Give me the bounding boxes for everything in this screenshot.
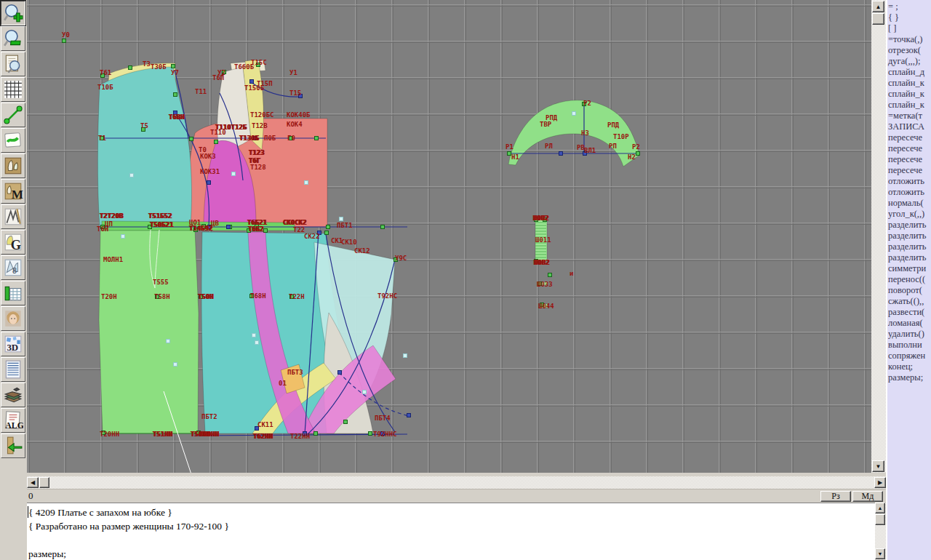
pattern-label: КОК31 [200,169,220,175]
pattern-label: КОК3 [200,153,216,160]
vscroll-thumb[interactable] [872,13,884,25]
command-item[interactable]: пересече [887,154,931,165]
command-item[interactable]: пересече [887,143,931,154]
point-marker [324,231,329,235]
command-item[interactable]: [ ] [887,23,931,34]
rz-button[interactable]: Рз [820,491,851,502]
command-item[interactable]: =метка(т [887,111,931,121]
point-marker [189,137,193,141]
console-line[interactable] [28,533,229,547]
console-vscrollbar[interactable]: ▲ ▼ [875,503,886,560]
command-item[interactable]: отложить [887,187,931,198]
pattern-label: Т30Б [151,64,167,71]
spec-list-icon[interactable] [1,357,25,382]
console-scroll-down-icon[interactable]: ▼ [875,548,885,559]
toolbar: M G 8 3D ALG [0,0,28,471]
layout-8-icon[interactable]: 8 [1,255,25,280]
command-item[interactable]: поворот( [887,285,931,296]
segment-icon[interactable] [1,103,25,127]
console-vscroll-thumb[interactable] [875,514,885,525]
command-item[interactable]: пересече [887,132,931,143]
3d-view-icon[interactable]: 3D [1,332,25,356]
grid-icon[interactable] [1,77,25,102]
construct-tools-icon[interactable] [1,204,25,229]
pattern-label: Ш044 [538,303,554,310]
console-line[interactable]: { 4209 Платье с запахом на юбке } [28,505,229,519]
handle-marker [304,180,308,185]
command-item[interactable]: дуга(,,,); [887,56,931,67]
command-item[interactable]: развести( [887,307,931,318]
handle-marker [339,217,343,221]
handle-marker [572,111,576,116]
exit-icon[interactable] [1,433,25,458]
sketch-icon[interactable] [1,128,25,153]
console-editor[interactable]: { 4209 Платье с запахом на юбке }{ Разра… [27,503,875,560]
pattern-label: и [570,271,573,277]
command-item[interactable]: сопряжен [887,351,931,361]
command-item[interactable]: нормаль( [887,198,931,209]
command-item[interactable]: угол_к(,,) [887,209,931,220]
scroll-left-icon[interactable]: ◀ [27,477,39,488]
command-item[interactable]: размеры; [887,372,931,383]
console-text[interactable]: { 4209 Платье с запахом на юбке }{ Разра… [28,505,229,560]
command-item[interactable]: сплайн_д [887,67,931,78]
command-item[interactable]: сплайн_к [887,78,931,89]
hscroll-thumb[interactable] [39,477,49,488]
pattern-label: КОК40Б [287,112,311,119]
pattern-label: ВЛ1 [584,148,596,154]
canvas-vscrollbar[interactable]: ▲ ▼ [871,0,886,473]
zoom-in-icon[interactable] [1,1,25,25]
command-item[interactable]: сплайн_к [887,100,931,111]
pattern-label: Т50Н [198,294,214,300]
svg-text:M: M [12,188,23,201]
zoom-page-icon[interactable] [1,52,25,76]
handle-marker [362,390,367,394]
command-item[interactable]: { } [887,12,931,23]
zoom-out-icon[interactable] [1,26,25,51]
scroll-down-icon[interactable]: ▼ [872,460,884,472]
fabric-m-icon[interactable]: M [1,179,25,204]
command-item[interactable]: пересече [887,165,931,176]
canvas-hscrollbar[interactable]: ◀ ▶ [27,476,886,489]
command-item[interactable]: разделить [887,220,931,231]
command-item[interactable]: = ; [887,1,931,12]
g-logo-icon[interactable]: G [1,230,25,255]
command-item[interactable]: отложить [887,176,931,187]
drawing-canvas[interactable]: У0Т61Т10БТ3Т30БУ7Т11У2Т6ПТ660БТ15СУ1Т15П… [27,0,871,473]
pattern-label: Т123 [249,150,265,156]
pattern-label: СК0СК2 [283,220,307,226]
command-item[interactable]: перенос(( [887,274,931,285]
command-item[interactable]: симметри [887,263,931,274]
console-line[interactable]: размеры; [28,547,229,560]
command-item[interactable]: удалить() [887,329,931,340]
pattern-label: Ш033 [537,281,553,288]
point-marker [171,64,175,68]
command-item[interactable]: ЗАПИСА [887,121,931,132]
size-table-icon[interactable] [1,281,25,305]
console-scroll-up-icon[interactable]: ▲ [875,503,885,513]
command-item[interactable]: сплайн_к [887,89,931,100]
command-item[interactable]: разделить [887,241,931,252]
md-button[interactable]: Мд [852,491,883,502]
scroll-right-icon[interactable]: ▶ [874,477,886,488]
patterns-folder-icon[interactable] [1,153,25,178]
command-item[interactable]: выполни [887,340,931,351]
pattern-label: ПБТ1 [337,223,353,229]
pattern-label: Т50Б21 [150,222,174,228]
model-photo-icon[interactable] [1,306,25,331]
canvas-labels: У0Т61Т10БТ3Т30БУ7Т11У2Т6ПТ660БТ15СУ1Т15П… [27,0,871,473]
scroll-up-icon[interactable]: ▲ [872,1,884,12]
command-item[interactable]: разделить [887,252,931,263]
pattern-label: Н1 [511,154,519,161]
pattern-label: Т3 [143,61,151,68]
command-item[interactable]: конец; [887,361,931,372]
command-item[interactable]: ломаная( [887,318,931,329]
alg-document-icon[interactable]: ALG [1,408,25,433]
console-line[interactable]: { Разработано на размер женщины 170-92-1… [28,519,229,533]
node-marker [559,151,563,156]
command-item[interactable]: сжать((),, [887,296,931,307]
books-icon[interactable] [1,383,25,407]
command-item[interactable]: =точка(,) [887,34,931,45]
command-item[interactable]: отрезок( [887,45,931,56]
command-item[interactable]: разделить [887,231,931,241]
